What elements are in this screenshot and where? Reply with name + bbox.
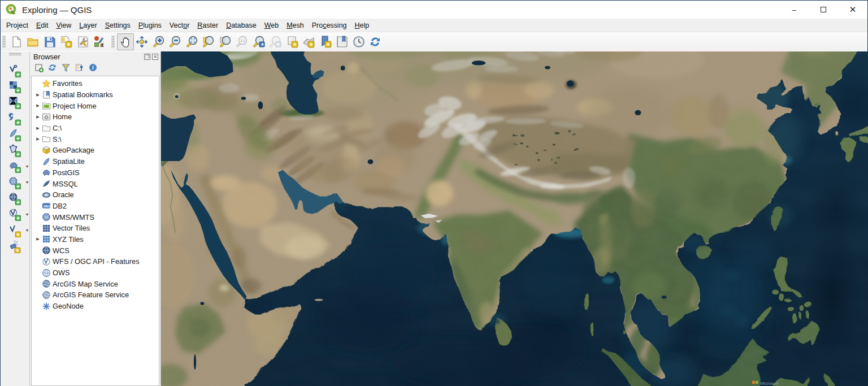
svg-text:i: i [92, 64, 94, 71]
svg-text:1:1: 1:1 [241, 39, 246, 42]
svg-text:Microsoft: Microsoft [760, 381, 779, 386]
svg-text:a: a [101, 42, 104, 48]
svg-text:DB2: DB2 [44, 205, 51, 208]
